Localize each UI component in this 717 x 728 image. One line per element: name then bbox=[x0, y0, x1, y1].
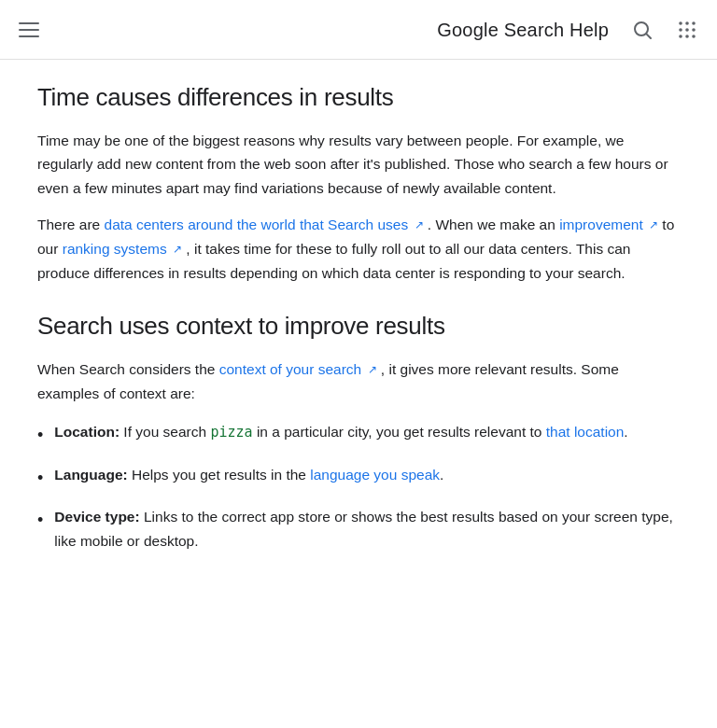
svg-point-7 bbox=[692, 28, 696, 32]
svg-point-4 bbox=[692, 21, 696, 25]
language-label: Language: bbox=[54, 467, 127, 483]
external-icon-3: ↗ bbox=[173, 241, 182, 259]
language-link[interactable]: language you speak bbox=[310, 467, 440, 483]
data-centers-link[interactable]: data centers around the world that Searc… bbox=[105, 217, 424, 232]
ranking-systems-link[interactable]: ranking systems ↗ bbox=[63, 241, 182, 257]
language-item-text: Language: Helps you get results in the l… bbox=[54, 463, 680, 487]
svg-point-9 bbox=[685, 35, 689, 38]
header-title-area: Google Search Help bbox=[43, 15, 702, 45]
external-icon-1: ↗ bbox=[415, 217, 424, 235]
bullet-dot-2: • bbox=[37, 465, 43, 493]
external-icon-2: ↗ bbox=[649, 217, 658, 235]
bullet-dot-1: • bbox=[37, 422, 43, 450]
grid-icon bbox=[676, 19, 698, 41]
search-icon bbox=[631, 19, 654, 41]
that-location-link[interactable]: that location bbox=[546, 424, 625, 440]
svg-point-10 bbox=[692, 35, 696, 38]
header-left bbox=[15, 19, 43, 41]
device-item-text: Device type: Links to the correct app st… bbox=[54, 505, 680, 553]
header-icons bbox=[627, 15, 702, 45]
context-section: Search uses context to improve results W… bbox=[37, 311, 680, 553]
svg-point-8 bbox=[679, 35, 682, 38]
search-button[interactable] bbox=[627, 15, 657, 45]
time-paragraph-1: Time may be one of the biggest reasons w… bbox=[37, 129, 680, 201]
svg-point-2 bbox=[679, 21, 682, 25]
svg-point-5 bbox=[679, 28, 682, 32]
time-section: Time causes differences in results Time … bbox=[37, 82, 680, 285]
header: Google Search Help bbox=[0, 0, 717, 60]
time-paragraph-2: There are data centers around the world … bbox=[37, 213, 680, 285]
menu-button[interactable] bbox=[15, 19, 43, 41]
svg-line-1 bbox=[647, 34, 651, 37]
svg-point-6 bbox=[685, 28, 689, 32]
location-item-text: Location: If you search pizza in a parti… bbox=[54, 420, 680, 444]
page-title: Google Search Help bbox=[437, 15, 609, 45]
improvement-link[interactable]: improvement ↗ bbox=[559, 217, 658, 232]
device-label: Device type: bbox=[54, 509, 139, 525]
external-icon-4: ↗ bbox=[368, 361, 377, 380]
list-item-device: • Device type: Links to the correct app … bbox=[37, 505, 680, 553]
context-link[interactable]: context of your search ↗ bbox=[219, 361, 377, 377]
list-item-language: • Language: Helps you get results in the… bbox=[37, 463, 680, 493]
context-list: • Location: If you search pizza in a par… bbox=[37, 420, 680, 553]
list-item-location: • Location: If you search pizza in a par… bbox=[37, 420, 680, 450]
svg-point-3 bbox=[685, 21, 689, 25]
apps-button[interactable] bbox=[672, 15, 702, 45]
time-section-heading: Time causes differences in results bbox=[37, 82, 680, 114]
svg-point-0 bbox=[635, 22, 648, 35]
context-section-heading: Search uses context to improve results bbox=[37, 311, 680, 343]
pizza-code: pizza bbox=[210, 424, 252, 441]
bullet-dot-3: • bbox=[37, 507, 43, 535]
location-label: Location: bbox=[54, 424, 120, 440]
main-content: Time causes differences in results Time … bbox=[0, 60, 717, 596]
context-intro: When Search considers the context of you… bbox=[37, 357, 680, 405]
